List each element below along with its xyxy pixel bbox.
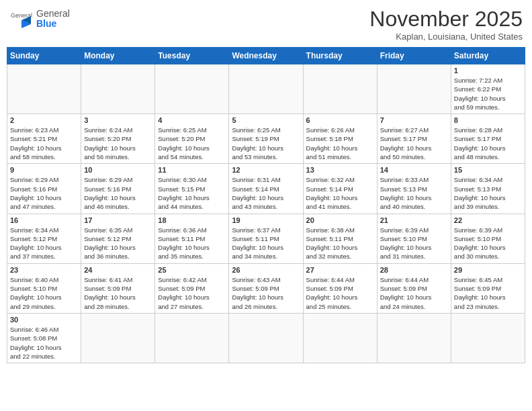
day-info: Sunrise: 6:42 AM Sunset: 5:09 PM Dayligh… [158, 275, 226, 311]
day-info: Sunrise: 6:45 AM Sunset: 5:09 PM Dayligh… [454, 275, 522, 311]
day-info: Sunrise: 7:22 AM Sunset: 6:22 PM Dayligh… [454, 76, 522, 111]
day-info: Sunrise: 6:41 AM Sunset: 5:09 PM Dayligh… [84, 275, 152, 311]
generalblue-logo-icon: General [9, 7, 34, 31]
weekday-header-saturday: Saturday [451, 48, 525, 64]
calendar-day-cell: 17Sunrise: 6:35 AM Sunset: 5:12 PM Dayli… [81, 214, 155, 263]
calendar-day-cell: 19Sunrise: 6:37 AM Sunset: 5:11 PM Dayli… [229, 214, 303, 263]
day-info: Sunrise: 6:30 AM Sunset: 5:15 PM Dayligh… [158, 175, 226, 211]
calendar-day-cell [155, 64, 229, 114]
calendar-day-cell: 24Sunrise: 6:41 AM Sunset: 5:09 PM Dayli… [81, 263, 155, 313]
calendar-week-row: 1Sunrise: 7:22 AM Sunset: 6:22 PM Daylig… [7, 64, 525, 114]
day-number: 2 [10, 116, 78, 124]
calendar-day-cell: 14Sunrise: 6:33 AM Sunset: 5:13 PM Dayli… [377, 164, 451, 214]
calendar-day-cell: 26Sunrise: 6:43 AM Sunset: 5:09 PM Dayli… [229, 263, 303, 313]
logo-wordmark: General Blue [36, 9, 70, 30]
day-number: 7 [380, 116, 448, 124]
day-number: 5 [232, 116, 300, 124]
calendar-day-cell: 28Sunrise: 6:44 AM Sunset: 5:09 PM Dayli… [377, 263, 451, 313]
calendar-day-cell: 16Sunrise: 6:34 AM Sunset: 5:12 PM Dayli… [7, 214, 81, 263]
day-number: 1 [454, 66, 522, 75]
calendar-day-cell [377, 64, 451, 114]
calendar-day-cell: 1Sunrise: 7:22 AM Sunset: 6:22 PM Daylig… [451, 64, 525, 114]
calendar-day-cell [303, 313, 377, 363]
day-number: 23 [10, 266, 78, 274]
day-info: Sunrise: 6:29 AM Sunset: 5:16 PM Dayligh… [84, 175, 152, 211]
day-number: 27 [306, 266, 374, 274]
calendar-day-cell: 11Sunrise: 6:30 AM Sunset: 5:15 PM Dayli… [155, 164, 229, 214]
title-block: November 2025 Kaplan, Louisiana, United … [369, 7, 523, 42]
day-number: 9 [10, 166, 78, 174]
weekday-header-wednesday: Wednesday [229, 48, 303, 64]
calendar-week-row: 30Sunrise: 6:46 AM Sunset: 5:08 PM Dayli… [7, 313, 525, 363]
day-info: Sunrise: 6:25 AM Sunset: 5:20 PM Dayligh… [158, 126, 226, 161]
calendar-day-cell [303, 64, 377, 114]
day-number: 16 [10, 216, 78, 224]
page-header: General General Blue November 2025 Kapla… [7, 7, 525, 42]
day-number: 22 [454, 216, 522, 224]
weekday-header-row: SundayMondayTuesdayWednesdayThursdayFrid… [7, 48, 525, 64]
day-info: Sunrise: 6:35 AM Sunset: 5:12 PM Dayligh… [84, 226, 152, 261]
day-info: Sunrise: 6:26 AM Sunset: 5:18 PM Dayligh… [306, 126, 374, 161]
day-number: 26 [232, 266, 300, 274]
calendar-day-cell: 18Sunrise: 6:36 AM Sunset: 5:11 PM Dayli… [155, 214, 229, 263]
day-info: Sunrise: 6:46 AM Sunset: 5:08 PM Dayligh… [10, 325, 78, 361]
weekday-header-thursday: Thursday [303, 48, 377, 64]
calendar-day-cell: 21Sunrise: 6:39 AM Sunset: 5:10 PM Dayli… [377, 214, 451, 263]
day-info: Sunrise: 6:37 AM Sunset: 5:11 PM Dayligh… [232, 226, 300, 261]
calendar-week-row: 2Sunrise: 6:23 AM Sunset: 5:21 PM Daylig… [7, 114, 525, 164]
weekday-header-monday: Monday [81, 48, 155, 64]
day-number: 4 [158, 116, 226, 124]
day-number: 14 [380, 166, 448, 174]
calendar-day-cell: 2Sunrise: 6:23 AM Sunset: 5:21 PM Daylig… [7, 114, 81, 164]
day-info: Sunrise: 6:36 AM Sunset: 5:11 PM Dayligh… [158, 226, 226, 261]
location: Kaplan, Louisiana, United States [369, 32, 523, 42]
calendar-day-cell: 20Sunrise: 6:38 AM Sunset: 5:11 PM Dayli… [303, 214, 377, 263]
calendar-day-cell [7, 64, 81, 114]
day-number: 8 [454, 116, 522, 124]
calendar-day-cell: 9Sunrise: 6:29 AM Sunset: 5:16 PM Daylig… [7, 164, 81, 214]
calendar-day-cell [81, 313, 155, 363]
calendar-day-cell: 27Sunrise: 6:44 AM Sunset: 5:09 PM Dayli… [303, 263, 377, 313]
weekday-header-sunday: Sunday [7, 48, 81, 64]
day-number: 6 [306, 116, 374, 124]
day-number: 10 [84, 166, 152, 174]
calendar-day-cell: 30Sunrise: 6:46 AM Sunset: 5:08 PM Dayli… [7, 313, 81, 363]
day-info: Sunrise: 6:39 AM Sunset: 5:10 PM Dayligh… [454, 226, 522, 261]
day-info: Sunrise: 6:27 AM Sunset: 5:17 PM Dayligh… [380, 126, 448, 161]
calendar-day-cell: 15Sunrise: 6:34 AM Sunset: 5:13 PM Dayli… [451, 164, 525, 214]
day-number: 17 [84, 216, 152, 224]
day-number: 19 [232, 216, 300, 224]
day-info: Sunrise: 6:24 AM Sunset: 5:20 PM Dayligh… [84, 126, 152, 161]
day-number: 3 [84, 116, 152, 124]
calendar-day-cell [229, 313, 303, 363]
day-info: Sunrise: 6:32 AM Sunset: 5:14 PM Dayligh… [306, 175, 374, 211]
day-info: Sunrise: 6:40 AM Sunset: 5:10 PM Dayligh… [10, 275, 78, 311]
month-title: November 2025 [369, 7, 523, 32]
logo-general-text: General [36, 9, 70, 19]
calendar-day-cell: 7Sunrise: 6:27 AM Sunset: 5:17 PM Daylig… [377, 114, 451, 164]
calendar-day-cell: 3Sunrise: 6:24 AM Sunset: 5:20 PM Daylig… [81, 114, 155, 164]
day-number: 21 [380, 216, 448, 224]
day-number: 20 [306, 216, 374, 224]
day-info: Sunrise: 6:28 AM Sunset: 5:17 PM Dayligh… [454, 126, 522, 161]
calendar-day-cell [155, 313, 229, 363]
day-number: 24 [84, 266, 152, 274]
weekday-header-tuesday: Tuesday [155, 48, 229, 64]
calendar-day-cell: 10Sunrise: 6:29 AM Sunset: 5:16 PM Dayli… [81, 164, 155, 214]
calendar-day-cell: 4Sunrise: 6:25 AM Sunset: 5:20 PM Daylig… [155, 114, 229, 164]
day-info: Sunrise: 6:44 AM Sunset: 5:09 PM Dayligh… [306, 275, 374, 311]
day-number: 28 [380, 266, 448, 274]
day-info: Sunrise: 6:25 AM Sunset: 5:19 PM Dayligh… [232, 126, 300, 161]
calendar-week-row: 9Sunrise: 6:29 AM Sunset: 5:16 PM Daylig… [7, 164, 525, 214]
day-number: 15 [454, 166, 522, 174]
calendar-table: SundayMondayTuesdayWednesdayThursdayFrid… [7, 47, 525, 363]
day-info: Sunrise: 6:43 AM Sunset: 5:09 PM Dayligh… [232, 275, 300, 311]
calendar-day-cell: 5Sunrise: 6:25 AM Sunset: 5:19 PM Daylig… [229, 114, 303, 164]
calendar-day-cell: 13Sunrise: 6:32 AM Sunset: 5:14 PM Dayli… [303, 164, 377, 214]
calendar-day-cell [81, 64, 155, 114]
day-number: 18 [158, 216, 226, 224]
day-info: Sunrise: 6:23 AM Sunset: 5:21 PM Dayligh… [10, 126, 78, 161]
calendar-day-cell: 8Sunrise: 6:28 AM Sunset: 5:17 PM Daylig… [451, 114, 525, 164]
logo: General General Blue [9, 7, 70, 31]
day-info: Sunrise: 6:39 AM Sunset: 5:10 PM Dayligh… [380, 226, 448, 261]
